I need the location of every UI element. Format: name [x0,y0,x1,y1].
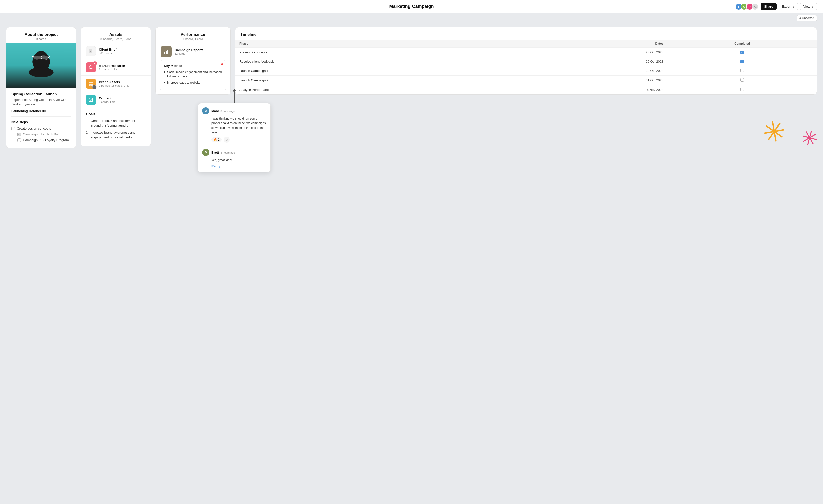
metric-item-2: Improve leads to website [164,81,222,85]
asterisk-pink-icon: ✳ [799,127,820,150]
market-research-badge: 8 [93,61,97,65]
avatar-group: B G P +3 [735,3,759,10]
campaign-reports-item[interactable]: Campaign Reports 12 cards [156,43,230,60]
key-metrics-card: Key Metrics Social media engagement and … [160,60,226,90]
next-step-label-2: Campaign 01 - Think Bold [23,132,60,136]
asset-item-client-brief[interactable]: Client Brief 561 words [81,43,151,59]
date-4: 31 Oct 2023 [504,76,668,85]
comment-arrow-dot [233,89,235,92]
project-description: Experience Spring Colors in Style with D… [11,98,71,107]
performance-header: Performance 1 board, 1 card [156,27,230,43]
performance-card: Performance 1 board, 1 card Campaign Rep… [155,27,230,95]
metric-item-1: Social media engagement and increased fo… [164,70,222,79]
next-step-sub-item-1: Campaign 01 - Think Bold [17,132,71,136]
svg-rect-17 [89,84,91,86]
date-2: 26 Oct 2023 [504,57,668,66]
export-button[interactable]: Export ∨ [779,3,798,10]
key-metrics-dot [221,63,223,65]
metric-bullet-2 [164,82,165,83]
svg-rect-15 [89,82,91,83]
timeline-card: Timeline Phase Dates Completed Present 2… [235,27,817,95]
metric-bullet-1 [164,71,165,73]
svg-line-14 [92,68,93,69]
timeline-table: Phase Dates Completed Present 2 concepts… [235,40,817,94]
table-row: Present 2 concepts 23 Oct 2023 [235,48,817,57]
canvas: About the project 3 cards [0,23,823,158]
brett-name: Brett [211,151,219,154]
campaign-reports-info: Campaign Reports 12 cards [175,48,204,55]
table-row: Analyse Performance 6 Nov 2023 [235,85,817,95]
page-title: Marketing Campaign [389,4,434,9]
next-step-label-3: Campaign 02 - Loyalty Program [23,138,69,142]
timeline-header: Timeline [235,27,817,40]
fire-emoji: 🔥 [213,138,217,141]
col-phase: Phase [235,40,504,48]
asset-item-content[interactable]: Content 5 cards, 1 file [81,92,151,108]
checkbox-3[interactable] [740,69,744,72]
marc-comment-text: I was thinking we should run some proper… [211,116,267,135]
asset-icon-brand-assets [86,79,96,89]
brett-avatar: B [202,149,209,156]
reply-button[interactable]: Reply [211,164,267,168]
sub-header: 4 Unsorted [0,13,823,23]
view-button[interactable]: View ∨ [800,3,817,10]
asset-info-client-brief: Client Brief 561 words [99,48,116,55]
svg-point-8 [29,67,53,77]
project-name: Spring Collection Launch [11,92,71,96]
brett-time: 3 hours ago [220,151,235,154]
asset-icon-content [86,95,96,105]
asset-item-brand-assets[interactable]: Brand Assets 2 boards, 18 cards, 1 file [81,75,151,92]
goal-item-2: 2. Increase brand awareness and engageme… [86,130,146,139]
marc-user-info: Marc 3 hours ago [211,109,235,113]
timeline-title: Timeline [240,32,812,37]
header-actions: B G P +3 Share Export ∨ View ∨ [735,3,817,10]
checkbox-5[interactable] [740,88,744,91]
svg-point-5 [33,55,41,60]
brett-user-info: Brett 3 hours ago [211,151,235,154]
asset-item-market-research[interactable]: 8 Market Research 11 cards, 1 file [81,59,151,75]
reaction-count: 1 [218,138,219,141]
about-body: Spring Collection Launch Experience Spri… [6,88,76,148]
assets-header: Assets 3 boards, 1 card, 1 doc [81,27,151,43]
marc-time: 3 hours ago [220,110,235,113]
decorative-area: ✳ ✳ [763,113,818,168]
comment-arrow-line [234,89,234,103]
next-step-item: Create design concepts [11,127,71,130]
about-count: 3 cards [11,37,71,41]
asset-info-content: Content 5 cards, 1 file [99,96,115,103]
performance-title: Performance [161,32,225,37]
table-row: Launch Campaign 2 31 Oct 2023 [235,76,817,85]
svg-rect-16 [91,82,93,83]
next-step-checkbox-1[interactable] [11,127,15,130]
about-header: About the project 3 cards [6,27,76,43]
assets-card: Assets 3 boards, 1 card, 1 doc Client Br… [81,27,151,146]
comment-popup: M Marc 3 hours ago I was thinking we sho… [198,103,271,172]
svg-rect-22 [167,50,168,54]
next-step-label-1: Create design concepts [17,127,51,130]
col-dates: Dates [504,40,668,48]
campaign-reports-icon [161,46,172,57]
next-step-checkbox-2[interactable] [17,133,21,136]
next-step-sub-item-2: Campaign 02 - Loyalty Program [17,138,71,142]
header: Marketing Campaign B G P +3 Share Export… [0,0,823,13]
svg-rect-20 [164,52,165,54]
next-step-checkbox-3[interactable] [17,138,21,142]
performance-count: 1 board, 1 card [161,37,225,41]
checkbox-1[interactable] [740,51,744,54]
col-completed: Completed [667,40,817,48]
about-card: About the project 3 cards [6,27,76,148]
svg-rect-21 [166,51,167,54]
svg-rect-19 [89,98,93,102]
goal-item-1: 1. Generate buzz and excitement around t… [86,119,146,128]
phase-1: Present 2 concepts [235,48,504,57]
goals-section: Goals 1. Generate buzz and excitement ar… [81,108,151,146]
share-button[interactable]: Share [761,3,777,10]
add-reaction-button[interactable]: ☺ [223,137,229,143]
project-image-svg [6,43,76,88]
checkbox-2[interactable] [740,60,744,63]
checkbox-4[interactable] [740,78,744,82]
brett-comment-user: B Brett 3 hours ago [202,149,267,156]
avatar-overflow: +3 [752,3,759,10]
table-row: Receive client feedback 26 Oct 2023 [235,57,817,66]
fire-reaction[interactable]: 🔥 1 [211,137,221,142]
